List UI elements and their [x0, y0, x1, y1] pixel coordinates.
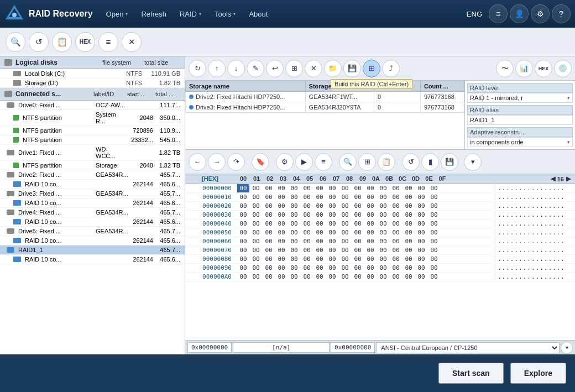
- raid-down-btn[interactable]: ↓: [227, 60, 245, 77]
- hex-button[interactable]: HEX: [75, 32, 95, 52]
- drive2-raid[interactable]: RAID 10 co... 262144 465.6...: [0, 180, 185, 189]
- drive3-raid[interactable]: RAID 10 co... 262144 465.6...: [0, 198, 185, 208]
- drive0-partition1[interactable]: NTFS partition System R... 2048 350.0...: [0, 110, 185, 126]
- hex-list2-btn[interactable]: ≡: [315, 153, 332, 171]
- hex-row[interactable]: 0000003000000000000000000000000000000000…: [185, 211, 575, 219]
- config-panel: RAID level RAID 1 - mirrored, r ▾ RAID a…: [464, 81, 575, 150]
- refresh-button[interactable]: ↺: [29, 32, 49, 52]
- raid-row-1[interactable]: Drive2: Fixed Hitachi HDP7250... GEA534R…: [186, 92, 464, 102]
- hex-prev-page[interactable]: ◀: [551, 175, 555, 182]
- logical-disk-d[interactable]: Storage (D:) NTFS 1.82 TB: [0, 79, 185, 88]
- raid-icon: [13, 200, 21, 206]
- hex-copy2-btn[interactable]: 📋: [378, 153, 395, 171]
- hex-header: [HEX] 000102030405060708090A0B0C0D0E0F ◀…: [185, 174, 575, 184]
- hex-row[interactable]: 0000008000000000000000000000000000000000…: [185, 255, 575, 264]
- hex-next-page[interactable]: ▶: [566, 175, 571, 182]
- hex-play-btn[interactable]: ▶: [295, 153, 313, 171]
- raid-up-btn[interactable]: ↑: [208, 60, 226, 77]
- drive5[interactable]: Drive5: Fixed ... GEA534R... 465.7...: [0, 227, 185, 236]
- hex-page-size: 16: [557, 176, 564, 182]
- app-logo-icon: [4, 4, 24, 24]
- hex-row[interactable]: 000000A000000000000000000000000000000000…: [185, 273, 575, 281]
- hex-jump-btn[interactable]: ↷: [227, 153, 245, 171]
- raid-export-btn[interactable]: ⤴: [382, 60, 400, 77]
- raid-save-btn[interactable]: 💾: [343, 60, 361, 77]
- drive3[interactable]: Drive3: Fixed ... GEA534R... 465.7...: [0, 189, 185, 198]
- hex-view: [HEX] 000102030405060708090A0B0C0D0E0F ◀…: [185, 174, 575, 340]
- hdd-icon: [7, 172, 14, 177]
- menu-open[interactable]: Open ▾: [101, 7, 134, 22]
- drive2[interactable]: Drive2: Fixed ... GEA534R... 465.7...: [0, 170, 185, 180]
- raid-table: Storage name Storage ID Start sect... Co…: [185, 81, 464, 113]
- menu-tools[interactable]: Tools ▾: [209, 7, 241, 22]
- raid-folder-btn[interactable]: 📁: [324, 60, 342, 77]
- hex-row[interactable]: 0000007000000000000000000000000000000000…: [185, 246, 575, 255]
- messages-button[interactable]: ≡: [489, 4, 508, 23]
- raid-table-config-area: Storage name Storage ID Start sect... Co…: [185, 81, 575, 150]
- hex-row[interactable]: 0000001000000000000000000000000000000000…: [185, 193, 575, 202]
- drive0[interactable]: Drive0: Fixed ... OCZ-AW... 111.7...: [0, 101, 185, 110]
- hex-row[interactable]: 0000009000000000000000000000000000000000…: [185, 264, 575, 273]
- hex-row[interactable]: 0000006000000000000000000000000000000000…: [185, 237, 575, 246]
- hex-panel-btn[interactable]: ▮: [421, 153, 439, 171]
- explore-button[interactable]: Explore: [510, 363, 566, 384]
- raid1-1[interactable]: RAID1_1 465.7...: [0, 245, 185, 255]
- hex-more-arrow[interactable]: ▾: [464, 153, 482, 171]
- raid-hex-btn[interactable]: HEX: [535, 60, 552, 77]
- hex-row[interactable]: 0000002000000000000000000000000000000000…: [185, 202, 575, 211]
- row2-dot: [189, 105, 194, 109]
- account-button[interactable]: 👤: [510, 4, 529, 23]
- copy-button[interactable]: 📋: [52, 32, 72, 52]
- hex-save2-btn[interactable]: 💾: [441, 153, 458, 171]
- language-selector[interactable]: ENG: [467, 10, 482, 18]
- raid-wave-btn[interactable]: 〜: [496, 60, 514, 77]
- drive5-raid[interactable]: RAID 10 co... 262144 465.6...: [0, 236, 185, 245]
- hex-fwd-btn[interactable]: →: [208, 153, 226, 171]
- raid1-1-child[interactable]: RAID 10 co... 262144 465.6...: [0, 255, 185, 264]
- close-button[interactable]: ✕: [122, 32, 142, 52]
- drive0-partition2[interactable]: NTFS partition 720896 110.9...: [0, 126, 185, 135]
- search-button[interactable]: 🔍: [6, 32, 25, 52]
- raid-row-2[interactable]: Drive3: Fixed Hitachi HDP7250... GEA534R…: [186, 102, 464, 113]
- raid-chart-btn[interactable]: 📊: [515, 60, 533, 77]
- encoding-down-btn[interactable]: ▾: [561, 342, 573, 354]
- hex-refresh2-btn[interactable]: ↺: [402, 153, 420, 171]
- hex-grid2-btn[interactable]: ⊞: [358, 153, 376, 171]
- hex-row[interactable]: 0000005000000000000000000000000000000000…: [185, 228, 575, 237]
- hex-menu-btn[interactable]: ⚙: [276, 153, 294, 171]
- menu-tools-arrow: ▾: [233, 12, 236, 17]
- settings-button[interactable]: ⚙: [531, 4, 550, 23]
- col-storage-id: Storage ID: [305, 81, 374, 92]
- adaptive-arrow: ▾: [567, 139, 570, 145]
- hex-bookmark-btn[interactable]: 🔖: [252, 153, 269, 171]
- raid-icon: [13, 257, 21, 262]
- status-bar: 0x00000000 [n/a] 0x00000000 ANSI - Centr…: [185, 340, 575, 354]
- hex-row[interactable]: 0000004000000000000000000000000000000000…: [185, 219, 575, 228]
- raid-build-btn[interactable]: ⊞ Build this RAID (Ctrl+Enter): [363, 60, 380, 77]
- hex-back-btn[interactable]: ←: [189, 153, 206, 171]
- bottom-bar: Start scan Explore: [0, 354, 575, 392]
- start-scan-button[interactable]: Start scan: [438, 363, 504, 384]
- menu-refresh[interactable]: Refresh: [135, 7, 172, 22]
- raid-grid-btn[interactable]: ⊞: [285, 60, 303, 77]
- encoding-selector[interactable]: ANSI - Central European / CP-1250: [376, 342, 560, 353]
- raid-undo-btn[interactable]: ↩: [266, 60, 284, 77]
- drive0-partition3[interactable]: NTFS partition 23332... 545.0...: [0, 135, 185, 145]
- raid-disk-btn[interactable]: 💿: [554, 60, 572, 77]
- hex-search-btn[interactable]: 🔍: [339, 153, 357, 171]
- menu-about[interactable]: About: [243, 7, 273, 22]
- drive1-partition1[interactable]: NTFS partition Storage 2048 1.82 TB: [0, 161, 185, 170]
- list-button[interactable]: ≡: [98, 32, 118, 52]
- hex-nav: ◀ 16 ▶: [546, 175, 575, 182]
- hex-row[interactable]: 0000000000000000000000000000000000000000…: [185, 184, 575, 193]
- hex-column-headers: 000102030405060708090A0B0C0D0E0F: [235, 175, 546, 182]
- logical-disk-c[interactable]: Local Disk (C:) NTFS 110.91 GB: [0, 69, 185, 79]
- help-button[interactable]: ?: [552, 4, 571, 23]
- drive4[interactable]: Drive4: Fixed ... GEA534R... 465.7...: [0, 208, 185, 217]
- raid-circular-btn[interactable]: ↻: [189, 60, 206, 77]
- drive4-raid[interactable]: RAID 10 co... 262144 465.6...: [0, 217, 185, 227]
- raid-x-btn[interactable]: ✕: [305, 60, 322, 77]
- drive1[interactable]: Drive1: Fixed ... WD-WCC... 1.82 TB: [0, 145, 185, 161]
- raid-edit-btn[interactable]: ✎: [247, 60, 264, 77]
- menu-raid[interactable]: RAID ▾: [174, 7, 207, 22]
